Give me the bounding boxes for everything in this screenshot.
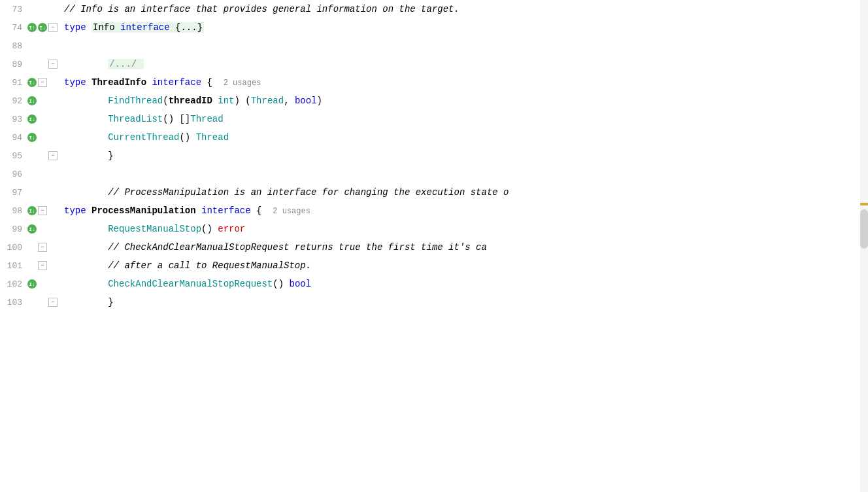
line-number-92: 92 <box>0 96 27 106</box>
code-text-100: // CheckAndClearManualStopRequest return… <box>61 242 868 253</box>
code-text-92: FindThread(threadID int) (Thread, bool) <box>61 96 868 106</box>
code-text-96 <box>61 169 868 179</box>
icons-74: I↑ I↓ − <box>27 23 61 32</box>
scrollbar-marker <box>860 203 868 205</box>
line-number-73: 73 <box>0 5 27 14</box>
impl-badge-102[interactable]: I↓ <box>27 279 37 289</box>
code-text-88 <box>61 41 868 51</box>
code-text-103: } <box>61 297 868 308</box>
code-line-93: ThreadList() []Thread <box>61 110 868 128</box>
icons-91: I↓ − <box>27 78 61 87</box>
left-gutter: 73 74 I↑ I↓ − 88 89 <box>0 0 61 492</box>
gutter-row-102: 102 I↓ <box>0 275 61 293</box>
line-number-103: 103 <box>0 298 27 308</box>
code-text-94: CurrentThread() Thread <box>61 132 868 143</box>
code-text-101: // after a call to RequestManualStop. <box>61 260 868 271</box>
line-number-88: 88 <box>0 41 27 51</box>
code-line-91: type ThreadInfo interface { 2 usages <box>61 73 868 92</box>
impl-badge-93[interactable]: I↓ <box>27 114 37 124</box>
icons-99: I↓ <box>27 224 61 234</box>
code-text-99: RequestManualStop() error <box>61 224 868 234</box>
code-line-89: /.../ <box>61 55 868 73</box>
code-text-89: /.../ <box>61 59 868 69</box>
gutter-row-103: 103 − <box>0 293 61 311</box>
code-text-98: type ProcessManipulation interface { 2 u… <box>61 205 868 216</box>
icons-101: − <box>27 261 61 270</box>
icons-103: − <box>27 298 61 307</box>
vertical-scrollbar[interactable] <box>860 0 868 492</box>
impl-badge-74-up[interactable]: I↑ <box>27 23 37 32</box>
line-number-74: 74 <box>0 23 27 33</box>
fold-button-89[interactable]: − <box>48 60 58 69</box>
gutter-row-100: 100 − <box>0 238 61 256</box>
line-number-93: 93 <box>0 114 27 124</box>
gutter-row-96: 96 <box>0 165 61 183</box>
line-number-100: 100 <box>0 243 27 253</box>
icons-95: − <box>27 151 61 160</box>
gutter-row-94: 94 I↓ <box>0 128 61 147</box>
line-number-97: 97 <box>0 188 27 198</box>
impl-badge-91[interactable]: I↓ <box>27 78 37 87</box>
code-text-73: // Info is an interface that provides ge… <box>61 4 868 14</box>
code-line-102: CheckAndClearManualStopRequest() bool <box>61 275 868 293</box>
icons-98: I↓ − <box>27 206 61 215</box>
icons-89: − <box>27 60 61 69</box>
code-line-97: // ProcessManipulation is an interface f… <box>61 183 868 202</box>
impl-badge-98[interactable]: I↓ <box>27 206 37 215</box>
gutter-row-95: 95 − <box>0 147 61 165</box>
editor-body: 73 74 I↑ I↓ − 88 89 <box>0 0 868 492</box>
code-line-94: CurrentThread() Thread <box>61 128 868 147</box>
code-line-95: } <box>61 147 868 165</box>
impl-badge-92[interactable]: I↓ <box>27 96 37 105</box>
code-text-97: // ProcessManipulation is an interface f… <box>61 187 868 198</box>
code-line-74: type Info interface {...} <box>61 18 868 37</box>
code-line-101: // after a call to RequestManualStop. <box>61 256 868 275</box>
scrollbar-thumb[interactable] <box>860 209 868 249</box>
fold-button-98[interactable]: − <box>38 206 47 215</box>
fold-button-100[interactable]: − <box>38 243 47 252</box>
line-number-89: 89 <box>0 60 27 69</box>
line-number-96: 96 <box>0 169 27 179</box>
line-number-102: 102 <box>0 279 27 289</box>
code-line-99: RequestManualStop() error <box>61 220 868 238</box>
fold-button-91[interactable]: − <box>38 78 47 87</box>
impl-badge-99[interactable]: I↓ <box>27 224 37 234</box>
line-number-91: 91 <box>0 78 27 88</box>
code-text-91: type ThreadInfo interface { 2 usages <box>61 77 868 88</box>
code-text-74: type Info interface {...} <box>61 22 868 33</box>
gutter-row-98: 98 I↓ − <box>0 202 61 220</box>
icons-102: I↓ <box>27 279 61 289</box>
icons-93: I↓ <box>27 114 61 124</box>
code-line-98: type ProcessManipulation interface { 2 u… <box>61 202 868 220</box>
impl-badge-94[interactable]: I↓ <box>27 133 37 142</box>
gutter-row-74: 74 I↑ I↓ − <box>0 18 61 37</box>
fold-button-101[interactable]: − <box>38 261 47 270</box>
line-number-99: 99 <box>0 224 27 234</box>
code-text-102: CheckAndClearManualStopRequest() bool <box>61 279 868 289</box>
fold-button-103[interactable]: − <box>48 298 58 307</box>
gutter-row-88: 88 <box>0 37 61 55</box>
fold-button-95[interactable]: − <box>48 151 58 160</box>
code-content-area: // Info is an interface that provides ge… <box>61 0 868 492</box>
code-line-88 <box>61 37 868 55</box>
gutter-row-97: 97 <box>0 183 61 202</box>
impl-badge-74-down[interactable]: I↓ <box>38 23 47 32</box>
icons-94: I↓ <box>27 133 61 142</box>
editor-container: 73 74 I↑ I↓ − 88 89 <box>0 0 868 492</box>
icons-100: − <box>27 243 61 252</box>
line-number-101: 101 <box>0 261 27 271</box>
gutter-row-91: 91 I↓ − <box>0 73 61 92</box>
code-line-73: // Info is an interface that provides ge… <box>61 0 868 18</box>
code-line-96 <box>61 165 868 183</box>
icons-92: I↓ <box>27 96 61 105</box>
code-text-93: ThreadList() []Thread <box>61 114 868 124</box>
gutter-row-101: 101 − <box>0 256 61 275</box>
line-number-98: 98 <box>0 206 27 216</box>
line-number-95: 95 <box>0 151 27 161</box>
gutter-row-73: 73 <box>0 0 61 18</box>
fold-button-74[interactable]: − <box>48 23 58 32</box>
code-line-100: // CheckAndClearManualStopRequest return… <box>61 238 868 256</box>
gutter-row-93: 93 I↓ <box>0 110 61 128</box>
line-number-94: 94 <box>0 133 27 143</box>
code-text-95: } <box>61 150 868 161</box>
